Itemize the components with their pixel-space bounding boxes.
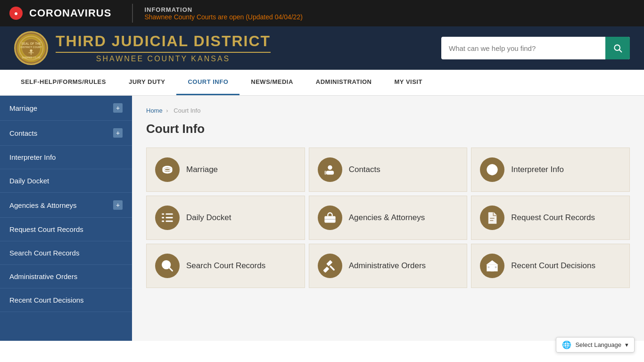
sidebar-item-label-3: Daily Docket bbox=[9, 177, 49, 185]
svg-rect-15 bbox=[324, 171, 326, 174]
tile-agencies-&-attorneys[interactable]: Agencies & Attorneys bbox=[309, 196, 468, 240]
svg-rect-34 bbox=[323, 267, 329, 272]
tile-marriage[interactable]: Marriage bbox=[146, 148, 305, 192]
tile-icon-6 bbox=[155, 254, 180, 278]
breadcrumb-home[interactable]: Home bbox=[146, 107, 163, 114]
tile-label-3: Daily Docket bbox=[186, 213, 231, 223]
sidebar-item-2[interactable]: Interpreter Info bbox=[0, 146, 132, 169]
svg-point-4 bbox=[30, 49, 32, 52]
seal-inner: SEAL OF THE DISTRICT COURT SHAWNEE CO. K… bbox=[17, 34, 45, 62]
tile-icon-3 bbox=[155, 206, 180, 230]
svg-rect-24 bbox=[162, 214, 164, 215]
tile-contacts[interactable]: Contacts bbox=[309, 148, 468, 192]
svg-text:DISTRICT COURT: DISTRICT COURT bbox=[20, 46, 42, 49]
tile-icon-5 bbox=[480, 206, 504, 230]
svg-line-35 bbox=[330, 266, 334, 270]
tile-label-4: Agencies & Attorneys bbox=[349, 213, 425, 223]
search-button[interactable] bbox=[605, 37, 630, 59]
sidebar-plus-1[interactable]: + bbox=[113, 128, 123, 138]
sidebar-item-label-5: Request Court Records bbox=[9, 225, 83, 233]
sidebar-item-3[interactable]: Daily Docket bbox=[0, 169, 132, 193]
sidebar-item-4[interactable]: Agencies & Attorneys+ bbox=[0, 193, 132, 218]
tile-search-court-records[interactable]: Search Court Records bbox=[146, 244, 305, 288]
tile-label-6: Search Court Records bbox=[186, 261, 265, 271]
sidebar-item-label-6: Search Court Records bbox=[9, 249, 79, 257]
site-header: SEAL OF THE DISTRICT COURT SHAWNEE CO. K… bbox=[0, 26, 644, 70]
tile-icon-0 bbox=[155, 157, 180, 182]
svg-rect-38 bbox=[491, 267, 494, 271]
sidebar-item-0[interactable]: Marriage+ bbox=[0, 96, 132, 121]
svg-line-9 bbox=[619, 50, 622, 52]
sidebar-item-1[interactable]: Contacts+ bbox=[0, 121, 132, 146]
svg-rect-26 bbox=[162, 221, 164, 222]
search-bar[interactable] bbox=[441, 37, 630, 59]
sidebar-plus-4[interactable]: + bbox=[113, 200, 123, 210]
nav-item-newsmedia[interactable]: NEWS/MEDIA bbox=[239, 70, 305, 95]
nav-item-juryduty[interactable]: JURY DUTY bbox=[117, 70, 176, 95]
svg-rect-22 bbox=[166, 217, 173, 218]
tile-interpreter-info[interactable]: Interpreter Info bbox=[471, 148, 630, 192]
tile-label-2: Interpreter Info bbox=[511, 165, 564, 175]
translate-widget[interactable]: 🌐 Select Language ▾ bbox=[556, 337, 635, 341]
main-nav: SELF-HELP/FORMS/RULES JURY DUTY COURT IN… bbox=[0, 70, 644, 96]
nav-item-selfhelp[interactable]: SELF-HELP/FORMS/RULES bbox=[9, 70, 117, 95]
svg-line-32 bbox=[169, 268, 172, 271]
sidebar-item-label-7: Administrative Orders bbox=[9, 272, 77, 280]
tile-icon-7 bbox=[318, 254, 342, 278]
tile-request-court-records[interactable]: Request Court Records bbox=[471, 196, 630, 240]
tile-label-7: Administrative Orders bbox=[349, 261, 426, 271]
breadcrumb-current: Court Info bbox=[173, 107, 200, 114]
tile-icon-4 bbox=[318, 206, 342, 230]
corona-banner: CORONAVIRUS INFORMATION Shawnee County C… bbox=[0, 0, 644, 26]
search-input[interactable] bbox=[441, 39, 605, 58]
sidebar-item-8[interactable]: Recent Court Decisions bbox=[0, 288, 132, 312]
svg-rect-28 bbox=[324, 219, 335, 220]
svg-rect-23 bbox=[166, 221, 173, 222]
main-content: Marriage+Contacts+Interpreter InfoDaily … bbox=[0, 96, 644, 341]
nav-item-administration[interactable]: ADMINISTRATION bbox=[305, 70, 383, 95]
corona-title: CORONAVIRUS bbox=[29, 7, 111, 19]
sidebar-item-6[interactable]: Search Court Records bbox=[0, 241, 132, 265]
tile-label-8: Recent Court Decisions bbox=[511, 261, 595, 271]
tile-administrative-orders[interactable]: Administrative Orders bbox=[309, 244, 468, 288]
translate-flag-icon: 🌐 bbox=[562, 340, 571, 341]
tiles-grid: Marriage Contacts Interpreter Info Daily… bbox=[146, 148, 630, 288]
nav-item-courtinfo[interactable]: COURT INFO bbox=[176, 70, 239, 95]
breadcrumb: Home › Court Info bbox=[146, 107, 630, 114]
sidebar-plus-0[interactable]: + bbox=[113, 103, 123, 113]
svg-point-13 bbox=[328, 165, 332, 170]
corona-icon bbox=[9, 7, 23, 20]
svg-rect-14 bbox=[326, 171, 333, 174]
corona-info-label: INFORMATION bbox=[144, 6, 302, 13]
svg-rect-25 bbox=[162, 217, 164, 218]
tile-daily-docket[interactable]: Daily Docket bbox=[146, 196, 305, 240]
tile-recent-court-decisions[interactable]: Recent Court Decisions bbox=[471, 244, 630, 288]
sidebar-item-label-2: Interpreter Info bbox=[9, 153, 56, 161]
sidebar-item-label-1: Contacts bbox=[9, 129, 37, 137]
sidebar-item-label-8: Recent Court Decisions bbox=[9, 296, 84, 304]
corona-info-block: INFORMATION Shawnee County Courts are op… bbox=[144, 6, 302, 21]
corona-info-text: Shawnee County Courts are open (Updated … bbox=[144, 13, 302, 21]
sidebar-item-5[interactable]: Request Court Records bbox=[0, 218, 132, 241]
breadcrumb-separator: › bbox=[166, 107, 168, 114]
tile-icon-8 bbox=[480, 254, 504, 278]
svg-rect-33 bbox=[326, 260, 332, 266]
tile-icon-1 bbox=[318, 157, 342, 182]
corona-divider bbox=[132, 4, 133, 23]
site-title-block: THIRD JUDICIAL DISTRICT SHAWNEE COUNTY K… bbox=[56, 33, 271, 63]
svg-rect-39 bbox=[488, 266, 490, 268]
page-title: Court Info bbox=[146, 122, 630, 136]
svg-marker-37 bbox=[486, 260, 498, 264]
sidebar: Marriage+Contacts+Interpreter InfoDaily … bbox=[0, 96, 132, 341]
site-title-sub: SHAWNEE COUNTY KANSAS bbox=[56, 55, 271, 63]
content-area: Home › Court Info Court Info Marriage Co… bbox=[132, 96, 644, 341]
sidebar-item-label-0: Marriage bbox=[9, 104, 37, 112]
search-icon bbox=[613, 43, 622, 53]
tile-icon-2 bbox=[480, 157, 504, 182]
site-title-main: THIRD JUDICIAL DISTRICT bbox=[56, 33, 271, 52]
svg-text:SEAL OF THE: SEAL OF THE bbox=[21, 42, 41, 45]
nav-item-myvisit[interactable]: MY VISIT bbox=[383, 70, 434, 95]
site-logo: SEAL OF THE DISTRICT COURT SHAWNEE CO. K… bbox=[14, 31, 271, 65]
sidebar-item-7[interactable]: Administrative Orders bbox=[0, 265, 132, 288]
seal: SEAL OF THE DISTRICT COURT SHAWNEE CO. K… bbox=[14, 31, 48, 65]
